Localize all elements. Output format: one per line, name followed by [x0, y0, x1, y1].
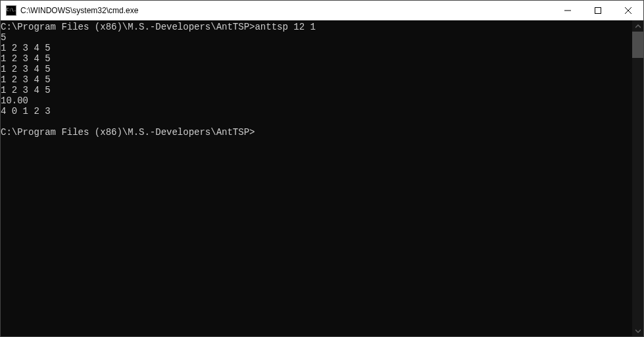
terminal-line: 1 2 3 4 5	[1, 43, 632, 53]
terminal-line: 4 0 1 2 3	[1, 106, 632, 117]
minimize-icon	[564, 7, 571, 14]
svg-rect-1	[595, 7, 601, 13]
close-icon	[625, 7, 632, 14]
terminal-line: 10.00	[1, 95, 632, 106]
cmd-window: C:\. C:\WINDOWS\system32\cmd.exe	[0, 0, 644, 337]
window-controls	[553, 1, 643, 20]
terminal-line: 1 2 3 4 5	[1, 64, 632, 74]
terminal-output[interactable]: C:\Program Files (x86)\M.S.-Developers\A…	[1, 20, 632, 336]
maximize-icon	[595, 7, 601, 14]
chevron-up-icon	[635, 24, 641, 29]
terminal-line: 5	[1, 32, 632, 43]
terminal-line	[1, 117, 632, 127]
terminal-line: C:\Program Files (x86)\M.S.-Developers\A…	[1, 127, 632, 138]
scroll-down-button[interactable]	[632, 325, 643, 336]
chevron-down-icon	[635, 328, 641, 334]
terminal-line: 1 2 3 4 5	[1, 85, 632, 95]
cmd-icon-text: C:\.	[7, 8, 16, 13]
scroll-track[interactable]	[632, 32, 643, 325]
content-area: C:\Program Files (x86)\M.S.-Developers\A…	[1, 20, 643, 336]
cmd-icon: C:\.	[6, 5, 16, 16]
terminal-line: 1 2 3 4 5	[1, 53, 632, 64]
titlebar[interactable]: C:\. C:\WINDOWS\system32\cmd.exe	[1, 1, 643, 20]
terminal-line: C:\Program Files (x86)\M.S.-Developers\A…	[1, 22, 632, 32]
close-button[interactable]	[613, 1, 643, 20]
terminal-line: 1 2 3 4 5	[1, 74, 632, 85]
vertical-scrollbar[interactable]	[632, 20, 643, 336]
scroll-up-button[interactable]	[632, 20, 643, 32]
window-title: C:\WINDOWS\system32\cmd.exe	[20, 6, 553, 15]
scroll-thumb[interactable]	[632, 32, 643, 58]
maximize-button[interactable]	[583, 1, 613, 20]
minimize-button[interactable]	[553, 1, 583, 20]
